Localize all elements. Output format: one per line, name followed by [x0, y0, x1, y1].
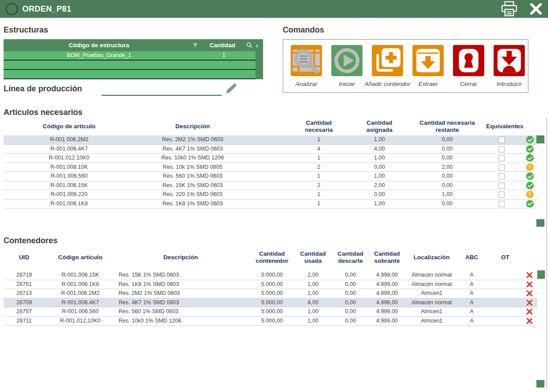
articulo-descripcion: Res. 560 1% SMD 0603: [163, 172, 222, 181]
command-analizar[interactable]: Analizar: [291, 45, 322, 90]
contenedores-scrollbar-thumb[interactable]: [537, 270, 545, 279]
articulo-cantidad-asignada: 0,00: [374, 190, 385, 199]
articulo-codigo: R-001.006.220: [51, 190, 88, 199]
column-header-codigo-estructura[interactable]: Código de estructura: [69, 39, 129, 51]
column-header-abc[interactable]: ABC: [458, 248, 485, 267]
articulo-codigo: R-001.008.10K: [50, 163, 88, 172]
estructura-row-empty[interactable]: [4, 61, 255, 70]
articulo-descripcion: Res. 2M2 1% SMD 0603: [162, 135, 223, 144]
articulos-header: Código de artículo Descripción Cantidad …: [4, 118, 537, 135]
equivalentes-checkbox[interactable]: [499, 183, 505, 189]
column-header-localizacion[interactable]: Localización: [405, 248, 458, 267]
delete-container-button[interactable]: [526, 308, 533, 315]
column-header-codigo-articulo[interactable]: Código de artículo: [29, 118, 109, 135]
command-extraer[interactable]: Extraer: [412, 45, 444, 90]
chevron-right-icon[interactable]: ›: [256, 39, 258, 51]
articulo-row[interactable]: R-001.006.560Res. 560 1% SMD 060311,000,…: [4, 172, 537, 181]
contenedor-row[interactable]: 28751R-001.006.1K8Res. 1K8 1% SMD 06035.…: [4, 280, 537, 290]
equivalentes-checkbox[interactable]: [499, 155, 505, 161]
estructuras-table-header: Código de estructura Cantidad ›: [4, 39, 263, 51]
column-header-cantidad-necesaria[interactable]: Cantidad necesaria: [298, 118, 339, 135]
articulo-descripcion: Res. 4K7 1% SMD 0603: [162, 145, 223, 154]
contenedor-cantidad-descarte: 0,00: [345, 298, 356, 307]
contenedor-localizacion: Almacén normal: [412, 280, 452, 289]
contenedor-localizacion: Almacén normal: [412, 271, 452, 280]
articulos-scrollbar-thumb[interactable]: [536, 135, 544, 143]
delete-container-button[interactable]: [526, 299, 533, 306]
insert-icon: [494, 45, 525, 76]
contenedor-cantidad-sobrante: 4.999,00: [376, 307, 398, 316]
contenedor-cantidad-usada: 1,00: [308, 317, 318, 326]
articulo-row[interactable]: R-001.006.4K7Res. 4K7 1% SMD 060344,000,…: [4, 145, 537, 154]
contenedor-codigo: R-001.012.10K0: [60, 317, 100, 326]
column-header-cantidad[interactable]: Cantidad: [210, 39, 235, 51]
horizontal-scrollbar-thumb[interactable]: [536, 380, 544, 388]
articulo-codigo: R-001.006.560: [51, 172, 88, 181]
equivalentes-checkbox[interactable]: [499, 173, 505, 180]
close-button[interactable]: [528, 1, 544, 16]
contenedor-row[interactable]: 28711R-001.012.10K0Res. 10k0 1% SMD 1206…: [4, 317, 537, 326]
contenedor-cantidad-usada: 2,00: [308, 271, 318, 280]
articulo-cantidad-restante: 0,00: [442, 181, 453, 190]
column-header-uid[interactable]: UID: [11, 248, 37, 267]
delete-container-button[interactable]: [526, 290, 533, 297]
comandos-panel: AnalizarIniciarAñadir contendorExtraerCe…: [283, 39, 528, 93]
lock-icon: [453, 45, 484, 76]
command-cerrar[interactable]: Cerrar: [453, 45, 484, 90]
column-header-equivalentes[interactable]: Equivalentes: [478, 118, 532, 135]
column-header-codigo-articulo[interactable]: Código artículo: [49, 248, 111, 267]
articulo-row[interactable]: R-001.006.1K8Res. 1K8 1% SMD 060311,000,…: [4, 200, 537, 209]
column-header-cantidad-sobrante[interactable]: Cantidad sobrante: [367, 248, 407, 267]
equivalentes-checkbox[interactable]: [499, 192, 505, 198]
column-header-cantidad-contenedor[interactable]: Cantidad contenedor: [250, 248, 294, 267]
equivalentes-checkbox[interactable]: [499, 164, 505, 171]
delete-container-button[interactable]: [526, 281, 533, 288]
contenedor-localizacion: Almcen1: [421, 289, 443, 298]
articulo-row[interactable]: R-001.012.10K0Res. 10k0 1% SMD 120611,00…: [4, 154, 537, 163]
estructura-row[interactable]: BOM_Pruebas_Grande_11: [4, 51, 255, 61]
contenedor-row[interactable]: 28719R-001.006.15KRes. 15K 1% SMD 06035.…: [4, 271, 537, 280]
contenedor-row[interactable]: 28713R-001.006.2M2Res. 2M2 1% SMD 06035.…: [4, 289, 537, 298]
contenedor-cantidad-contenedor: 5.000,00: [261, 298, 283, 307]
search-icon[interactable]: [246, 42, 253, 49]
articulo-cantidad-asignada: 4,00: [374, 145, 385, 154]
articulo-row[interactable]: R-001.008.10KRes. 10k 1% SMD 080520,002,…: [4, 163, 537, 172]
equivalentes-checkbox[interactable]: [499, 146, 505, 152]
estructura-row-empty[interactable]: [4, 70, 255, 79]
estructuras-table: Código de estructura Cantidad › BOM_Prue…: [4, 39, 263, 79]
column-header-descripcion[interactable]: Descripción: [164, 118, 222, 135]
articulo-cantidad-necesaria: 4: [317, 145, 321, 154]
edit-pencil-icon[interactable]: [223, 82, 237, 96]
equivalentes-checkbox[interactable]: [499, 137, 505, 143]
check-glyph: [527, 173, 532, 178]
column-header-descripcion[interactable]: Descripción: [154, 248, 207, 267]
estructuras-heading: Estructuras: [4, 25, 48, 35]
contenedor-row[interactable]: 28709R-001.006.4K7Res. 4K7 1% SMD 06035.…: [4, 298, 537, 308]
command-label: Cerrar: [460, 81, 477, 87]
contenedores-heading: Contenedores: [4, 236, 58, 245]
delete-container-button[interactable]: [526, 318, 533, 324]
equivalentes-checkbox[interactable]: [499, 201, 505, 207]
delete-container-button[interactable]: [526, 272, 533, 278]
contenedor-abc: A: [470, 289, 474, 298]
scrollbar-thumb-middle[interactable]: [536, 219, 544, 227]
filter-icon[interactable]: [193, 43, 198, 48]
articulo-cantidad-restante: 1,00: [442, 190, 453, 199]
articulo-row[interactable]: R-001.006.15KRes. 15K 1% SMD 060322,000,…: [4, 181, 537, 191]
command-iniciar[interactable]: Iniciar: [331, 45, 363, 90]
command-introducir[interactable]: Introducir: [494, 45, 525, 90]
column-header-cantidad-asignada[interactable]: Cantidad asignada: [359, 118, 400, 135]
map-search-icon: [291, 45, 322, 76]
contenedor-cantidad-descarte: 0,00: [345, 280, 356, 289]
contenedor-row[interactable]: 28757R-001.006.560Res. 560 1% SMD 06035.…: [4, 307, 537, 317]
check-glyph: [527, 137, 532, 142]
column-header-cantidad-necesaria-restante[interactable]: Cantidad necesaria restante: [413, 118, 482, 135]
column-header-cantidad-usada[interactable]: Cantidad usada: [295, 248, 331, 267]
command-añadir-contendor[interactable]: Añadir contendor: [372, 45, 403, 90]
production-line-input[interactable]: [102, 87, 222, 96]
column-header-ot[interactable]: OT: [494, 248, 516, 267]
column-header-cantidad-descarte[interactable]: Cantidad descarte: [331, 248, 370, 267]
print-button[interactable]: [499, 0, 520, 17]
articulo-row[interactable]: R-001.006.2M2Res. 2M2 1% SMD 060311,000,…: [4, 135, 537, 145]
articulo-row[interactable]: R-001.006.220Res. 220 1% SMD 060310,001,…: [4, 190, 537, 200]
